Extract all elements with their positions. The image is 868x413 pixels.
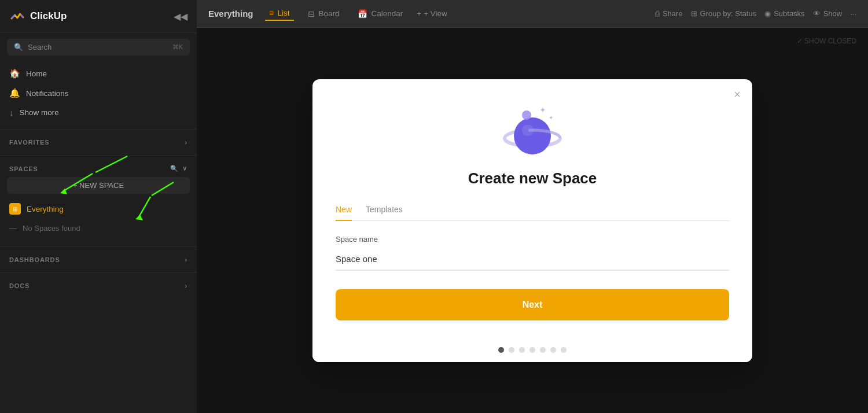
search-icon: 🔍 (14, 43, 23, 51)
spaces-section-title: SPACES (9, 165, 38, 172)
modal-overlay[interactable]: × ✦ ✦ (197, 28, 868, 413)
add-view-icon: + (417, 9, 421, 18)
topbar: Everything ≡ List ⊟ Board 📅 Calendar + +… (197, 0, 868, 28)
space-name-input[interactable] (336, 248, 729, 271)
spaces-section-controls: 🔍 ∨ (170, 165, 187, 172)
no-spaces-label: No Spaces found (23, 224, 80, 233)
sidebar-item-home-label: Home (26, 69, 47, 78)
share-icon: ⎙ (655, 9, 660, 18)
space-item-everything[interactable]: ⊞ Everything (7, 198, 190, 219)
dot-4 (529, 347, 535, 353)
svg-point-11 (522, 110, 531, 120)
search-bar[interactable]: 🔍 Search ⌘K (7, 39, 190, 56)
eye-icon: 👁 (813, 9, 821, 18)
topbar-left: Everything ≡ List ⊟ Board 📅 Calendar + +… (208, 6, 447, 21)
subtasks-label: Subtasks (774, 9, 804, 18)
chevron-down-icon: ↓ (9, 108, 14, 117)
logo-text: ClickUp (30, 10, 67, 22)
subtasks-icon: ◉ (764, 9, 771, 18)
modal-title: Create new Space (468, 169, 597, 187)
modal-close-button[interactable]: × (734, 89, 741, 100)
group-by-label: Group by: Status (700, 9, 757, 18)
clickup-logo-icon (9, 8, 25, 24)
content-area: ✓ SHOW CLOSED × ✦ ✦ (197, 28, 868, 413)
ellipsis-icon: ··· (850, 9, 856, 18)
planet-illustration: ✦ ✦ (498, 102, 567, 160)
topbar-right: ⎙ Share ⊞ Group by: Status ◉ Subtasks 👁 … (655, 9, 856, 18)
sidebar-header: ClickUp ◀◀ (0, 0, 197, 33)
sidebar-item-notifications-label: Notifications (26, 89, 69, 98)
space-name-field: Space name (336, 235, 729, 271)
calendar-tab-label: Calendar (371, 9, 403, 18)
collapse-sidebar-button[interactable]: ◀◀ (174, 11, 187, 22)
no-spaces-message: — No Spaces found (7, 219, 190, 237)
calendar-tab-icon: 📅 (358, 9, 367, 19)
add-view-label: + View (424, 9, 447, 18)
divider-dashboards (0, 246, 197, 247)
list-tab-label: List (277, 9, 289, 17)
new-space-button[interactable]: + NEW SPACE (7, 177, 190, 194)
tab-list[interactable]: ≡ List (265, 6, 295, 21)
tab-calendar[interactable]: 📅 Calendar (353, 7, 407, 21)
divider-favorites (0, 129, 197, 130)
svg-text:✦: ✦ (549, 115, 553, 121)
dot-6 (550, 347, 556, 353)
dashboards-expand-icon: › (185, 256, 187, 263)
more-options-button[interactable]: ··· (850, 9, 856, 18)
dot-7 (561, 347, 567, 353)
docs-section-title: DOCS (9, 282, 30, 289)
modal-tab-new[interactable]: New (336, 199, 352, 221)
create-space-modal: × ✦ ✦ (312, 79, 752, 362)
spaces-search-icon[interactable]: 🔍 (170, 165, 179, 172)
docs-section-header[interactable]: DOCS › (0, 278, 197, 294)
share-button[interactable]: ⎙ Share (655, 9, 683, 18)
dot-2 (509, 347, 514, 353)
home-icon: 🏠 (9, 68, 20, 79)
favorites-expand-icon: › (185, 139, 187, 146)
sidebar-item-show-more[interactable]: ↓ Show more (0, 103, 197, 122)
modal-tab-templates[interactable]: Templates (366, 199, 403, 221)
show-button[interactable]: 👁 Show (813, 9, 843, 18)
sidebar: ClickUp ◀◀ 🔍 Search ⌘K 🏠 Home 🔔 Notifica… (0, 0, 197, 413)
share-label: Share (663, 9, 683, 18)
search-placeholder: Search (28, 43, 52, 51)
subtasks-button[interactable]: ◉ Subtasks (764, 9, 804, 18)
board-tab-label: Board (318, 9, 339, 18)
svg-point-9 (514, 117, 551, 154)
modal-pagination-dots (312, 338, 752, 362)
logo-area: ClickUp (9, 8, 67, 24)
space-name-label: Space name (336, 235, 729, 244)
next-button[interactable]: Next (336, 289, 729, 320)
modal-body: New Templates Space name Next (312, 199, 752, 338)
favorites-section-header[interactable]: FAVORITES › (0, 134, 197, 150)
topbar-tabs: ≡ List ⊟ Board 📅 Calendar + + View (265, 6, 447, 21)
bell-icon: 🔔 (9, 88, 20, 98)
favorites-section-title: FAVORITES (9, 139, 49, 146)
spaces-section: + NEW SPACE ⊞ Everything — No Spaces fou… (0, 177, 197, 237)
space-item-everything-label: Everything (27, 205, 64, 213)
show-label: Show (823, 9, 843, 18)
add-view-button[interactable]: + + View (417, 9, 447, 18)
search-bar-left: 🔍 Search (14, 43, 52, 51)
dashboards-section-title: DASHBOARDS (9, 256, 60, 263)
tab-board[interactable]: ⊟ Board (303, 7, 344, 21)
group-by-status-button[interactable]: ⊞ Group by: Status (691, 9, 757, 18)
spaces-section-header[interactable]: SPACES 🔍 ∨ (0, 160, 197, 177)
sidebar-item-home[interactable]: 🏠 Home (0, 64, 197, 83)
page-title: Everything (208, 9, 253, 19)
list-tab-icon: ≡ (270, 9, 274, 17)
spaces-expand-icon[interactable]: ∨ (182, 165, 187, 172)
modal-hero: ✦ ✦ (312, 79, 752, 199)
board-tab-icon: ⊟ (308, 9, 315, 19)
sidebar-nav: 🏠 Home 🔔 Notifications ↓ Show more (0, 61, 197, 124)
search-shortcut: ⌘K (172, 43, 183, 51)
dot-1 (498, 347, 504, 353)
dashboards-section-header[interactable]: DASHBOARDS › (0, 252, 197, 268)
sidebar-item-notifications[interactable]: 🔔 Notifications (0, 83, 197, 103)
dot-3 (519, 347, 525, 353)
divider-docs (0, 272, 197, 273)
docs-expand-icon: › (185, 282, 187, 289)
divider-spaces (0, 155, 197, 156)
main-content: Everything ≡ List ⊟ Board 📅 Calendar + +… (197, 0, 868, 413)
everything-space-icon: ⊞ (9, 203, 21, 215)
